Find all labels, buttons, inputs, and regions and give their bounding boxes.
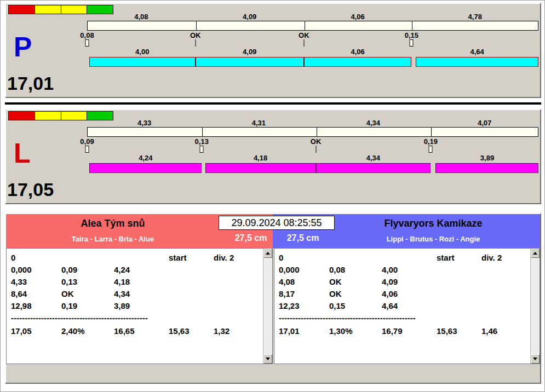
upper-split-value: 4,08 — [134, 13, 148, 21]
table-cell: 0 — [279, 253, 283, 262]
upper-split-value: 4,31 — [252, 119, 266, 127]
table-cell: OK — [61, 289, 74, 298]
up-arrow-icon — [533, 252, 537, 255]
lower-split-segment — [89, 163, 202, 173]
lane-total-time: 17,05 — [7, 180, 54, 199]
segment-divider — [412, 21, 412, 30]
table-cell: 8,17 — [279, 289, 295, 298]
crossing-time-label: 0,13 — [195, 137, 209, 146]
table-cell: 16,65 — [114, 326, 135, 336]
down-arrow-icon — [266, 358, 270, 360]
jump-height: 27,5 cm — [228, 233, 274, 243]
team-left-results-list[interactable]: 0startdiv. 20,0000,094,244,330,134,188,6… — [6, 248, 273, 364]
table-cell: 1,30% — [329, 326, 353, 336]
team-right-results-list[interactable]: 0startdiv. 20,0000,084,004,08OK4,098,17O… — [274, 248, 540, 364]
table-cell: OK — [329, 289, 342, 298]
team-members: Lippi - Brutus - Rozi - Angie — [326, 235, 540, 243]
crossing-tick-mark — [85, 39, 89, 47]
up-arrow-icon — [266, 252, 270, 255]
results-panel: Alea Tým snů Taira - Larra - Bria - Alue… — [5, 213, 541, 384]
table-cell: 0,000 — [279, 265, 300, 274]
crossing-labels-row: 0,090,13OK0,19 — [6, 137, 540, 145]
lower-split-values-row: 4,244,184,343,89 — [6, 154, 540, 162]
table-cell: 12,98 — [11, 301, 32, 310]
scroll-up-button[interactable] — [531, 249, 540, 258]
upper-split-value: 4,34 — [366, 119, 380, 127]
table-cell: OK — [329, 277, 342, 286]
lower-split-segment — [205, 163, 316, 173]
crossing-time-label: 0,19 — [424, 137, 438, 146]
table-cell: 0 — [11, 253, 15, 262]
lower-split-segment — [304, 57, 412, 67]
down-arrow-icon — [533, 358, 537, 360]
lower-split-value: 4,64 — [470, 48, 484, 56]
segment-divider — [317, 128, 317, 136]
lower-split-bar — [87, 57, 538, 67]
crossing-tick-mark — [195, 39, 196, 47]
jump-height: 27,5 cm — [280, 233, 326, 243]
table-cell: 1,32 — [214, 326, 230, 336]
lane-letter: P — [14, 34, 32, 60]
vertical-scrollbar[interactable] — [263, 249, 272, 364]
table-cell: 8,64 — [11, 289, 27, 298]
timing-app-window: 4,084,094,064,78 0,08OKOK0,15 4,004,094,… — [0, 0, 545, 392]
crossing-time-label: OK — [311, 137, 322, 146]
scroll-down-button[interactable] — [531, 354, 540, 364]
lane-divider — [5, 102, 541, 105]
lane-letter: L — [14, 141, 31, 166]
table-cell: 0,15 — [329, 301, 345, 310]
table-cell: 0,13 — [61, 277, 77, 286]
crossing-time-label: OK — [299, 31, 309, 39]
lower-split-value: 4,34 — [366, 154, 380, 162]
table-cell: 4,18 — [114, 277, 130, 286]
crossing-time-label: 0,08 — [80, 31, 94, 39]
crossing-time-label: 0,09 — [80, 137, 94, 146]
lower-split-value: 4,09 — [243, 48, 256, 56]
upper-split-value: 4,06 — [351, 13, 364, 21]
crossing-tick-mark — [429, 146, 433, 153]
upper-split-value: 4,07 — [478, 119, 491, 127]
vertical-scrollbar[interactable] — [530, 249, 540, 364]
upper-split-bar — [87, 127, 538, 137]
table-cell: 2,40% — [61, 326, 85, 336]
lower-split-values-row: 4,004,094,064,64 — [6, 48, 540, 55]
scrollbar-track[interactable] — [531, 258, 540, 354]
table-cell: 4,24 — [114, 265, 130, 274]
table-cell: 16,79 — [382, 326, 403, 336]
lane-panel-p: 4,084,094,064,78 0,08OKOK0,15 4,004,094,… — [5, 3, 541, 98]
scroll-up-button[interactable] — [263, 249, 272, 258]
lower-split-value: 4,18 — [254, 154, 267, 162]
crossing-labels-row: 0,08OKOK0,15 — [6, 31, 540, 39]
team-members: Taira - Larra - Bria - Alue — [6, 235, 220, 243]
table-cell: 17,05 — [11, 326, 32, 336]
table-cell: 4,09 — [382, 277, 398, 286]
team-name: Flyvaryors Kamikaze — [326, 218, 540, 229]
lower-split-segment — [316, 163, 431, 173]
table-cell: 17,01 — [279, 326, 300, 336]
crossing-ticks-row — [6, 39, 540, 47]
scrollbar-track[interactable] — [263, 258, 272, 354]
table-cell: 4,64 — [382, 301, 398, 310]
crossing-tick-mark — [315, 146, 316, 153]
upper-split-value: 4,09 — [243, 13, 256, 21]
table-cell: start — [169, 253, 187, 262]
lower-split-value: 4,24 — [139, 154, 152, 162]
table-cell: 0,09 — [61, 265, 77, 274]
crossing-tick-mark — [410, 39, 414, 47]
lower-split-segment — [89, 57, 196, 67]
table-separator: ----------------------------------------… — [279, 313, 416, 322]
table-cell: 3,89 — [114, 301, 130, 310]
upper-split-value: 4,33 — [137, 119, 151, 127]
crossing-tick-mark — [303, 39, 304, 47]
lane-panel-l: 4,334,314,344,07 0,090,13OK0,19 4,244,18… — [5, 109, 541, 204]
table-cell: 4,00 — [382, 265, 398, 274]
crossing-time-label: OK — [190, 31, 201, 39]
segment-divider — [202, 128, 203, 136]
lower-split-value: 4,00 — [135, 48, 149, 56]
crossing-tick-mark — [85, 146, 89, 153]
segment-divider — [305, 21, 305, 30]
table-cell: 12,23 — [279, 301, 300, 310]
scroll-down-button[interactable] — [263, 354, 272, 364]
table-cell: 4,33 — [11, 277, 27, 286]
table-cell: 0,19 — [61, 301, 77, 310]
